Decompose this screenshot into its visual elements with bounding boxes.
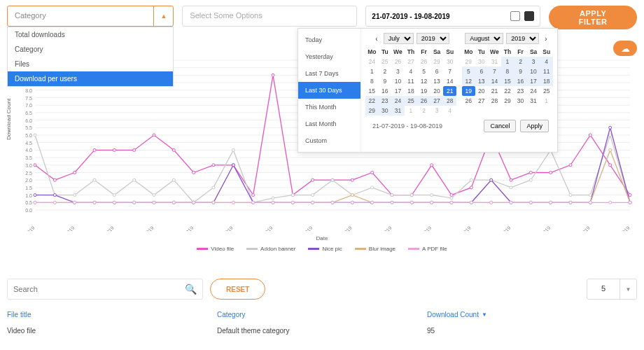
calendar-day[interactable]: 20 (475, 86, 489, 96)
calendar-day[interactable]: 3 (391, 66, 405, 76)
calendar-day[interactable]: 11 (540, 66, 553, 76)
calendar-day[interactable]: 4 (443, 106, 456, 115)
calendar-day[interactable]: 31 (391, 106, 405, 115)
calendar-day[interactable]: 22 (501, 86, 514, 96)
legend-item[interactable]: Nice pic (308, 246, 342, 252)
calendar-day[interactable]: 2 (514, 57, 527, 66)
calendar-day[interactable]: 8 (365, 76, 379, 86)
date-preset[interactable]: Yesterday (298, 48, 360, 65)
calendar-day[interactable]: 27 (475, 96, 489, 106)
table-row[interactable]: Video file Default theme category 95 (7, 323, 637, 339)
calendar-day[interactable]: 11 (405, 76, 418, 86)
date-range-input[interactable] (365, 6, 540, 27)
cloud-download-icon[interactable]: ☁ (613, 41, 637, 56)
legend-item[interactable]: A PDF file (408, 246, 447, 252)
calendar-day[interactable]: 30 (443, 57, 456, 66)
next-month-icon[interactable]: › (542, 35, 550, 43)
date-preset[interactable]: This Month (298, 99, 360, 115)
legend-item[interactable]: Addon banner (246, 246, 295, 252)
calendar-day[interactable]: 19 (417, 86, 430, 96)
calendar-day[interactable]: 18 (405, 86, 418, 96)
reset-button[interactable]: RESET (210, 279, 265, 300)
search-input[interactable] (13, 285, 185, 293)
calendar-day[interactable]: 8 (501, 66, 514, 76)
calendar-day[interactable]: 18 (540, 76, 553, 86)
calendar-day[interactable]: 16 (514, 76, 527, 86)
calendar-day[interactable]: 20 (430, 86, 444, 96)
calendar-day[interactable]: 30 (475, 57, 489, 66)
calendar-day[interactable]: 29 (462, 57, 475, 66)
page-size-select[interactable]: 5 ▼ (587, 279, 637, 300)
date-cancel-button[interactable]: Cancel (484, 120, 516, 132)
prev-month-icon[interactable]: ‹ (372, 35, 380, 43)
calendar-day[interactable]: 12 (417, 76, 430, 86)
calendar-day[interactable]: 4 (405, 66, 418, 76)
calendar-day[interactable]: 1 (365, 66, 379, 76)
category-select[interactable]: Category ▲ Total downloadsCategoryFilesD… (7, 6, 174, 27)
calendar-day[interactable]: 15 (365, 86, 379, 96)
calendar-day[interactable]: 10 (391, 76, 405, 86)
calendar-day[interactable]: 21 (488, 86, 501, 96)
calendar-day[interactable]: 17 (391, 86, 405, 96)
calendar-day[interactable]: 16 (379, 86, 392, 96)
calendar-day[interactable]: 17 (527, 76, 540, 86)
date-preset[interactable]: Custom (298, 132, 360, 149)
calendar-day[interactable]: 30 (379, 106, 392, 115)
calendar-day[interactable]: 6 (475, 66, 489, 76)
calendar-day[interactable]: 9 (379, 76, 392, 86)
calendar-day[interactable]: 19 (462, 86, 475, 96)
date-apply-button[interactable]: Apply (520, 120, 549, 132)
calendar-day[interactable]: 25 (405, 96, 418, 106)
calendar-day[interactable]: 13 (430, 76, 444, 86)
calendar-day[interactable]: 10 (527, 66, 540, 76)
date-preset[interactable]: Last 7 Days (298, 65, 360, 82)
calendar-day[interactable]: 21 (443, 86, 456, 96)
calendar-day[interactable]: 15 (501, 76, 514, 86)
col-download-count[interactable]: Download Count ▼ (427, 311, 637, 318)
calendar-day[interactable]: 23 (514, 86, 527, 96)
calendar-day[interactable]: 5 (462, 66, 475, 76)
calendar-day[interactable]: 28 (443, 96, 456, 106)
calendar-day[interactable]: 13 (475, 76, 489, 86)
legend-item[interactable]: Video file (197, 246, 234, 252)
calendar-day[interactable]: 6 (430, 66, 444, 76)
calendar-day[interactable]: 28 (488, 96, 501, 106)
calendar-day[interactable]: 24 (365, 57, 379, 66)
calendar-day[interactable]: 24 (527, 86, 540, 96)
calendar-day[interactable]: 26 (462, 96, 475, 106)
calendar-day[interactable]: 5 (417, 66, 430, 76)
calendar-day[interactable]: 7 (488, 66, 501, 76)
month-select-right[interactable]: August (465, 33, 503, 44)
calendar-day[interactable]: 1 (405, 106, 418, 115)
category-option[interactable]: Total downloads (8, 27, 173, 42)
calendar-day[interactable]: 28 (417, 57, 430, 66)
calendar-day[interactable]: 25 (379, 57, 392, 66)
apply-filter-button[interactable]: APPLY FILTER (549, 6, 637, 29)
year-select-right[interactable]: 2019 (506, 33, 539, 44)
year-select-left[interactable]: 2019 (416, 33, 449, 44)
col-category[interactable]: Category (217, 311, 427, 318)
col-file-title[interactable]: File title (7, 311, 217, 318)
calendar-day[interactable]: 7 (443, 66, 456, 76)
date-preset[interactable]: Today (298, 31, 360, 48)
calendar-day[interactable]: 29 (501, 96, 514, 106)
calendar-day[interactable]: 1 (540, 96, 553, 106)
calendar-day[interactable]: 26 (391, 57, 405, 66)
date-preset[interactable]: Last 30 Days (298, 82, 360, 99)
calendar-day[interactable]: 14 (488, 76, 501, 86)
calendar-day[interactable]: 30 (514, 96, 527, 106)
month-select-left[interactable]: July (384, 33, 414, 44)
calendar-day[interactable]: 29 (365, 106, 379, 115)
category-option[interactable]: Category (8, 42, 173, 57)
date-range-field[interactable] (372, 13, 506, 20)
calendar-day[interactable]: 2 (417, 106, 430, 115)
date-preset[interactable]: Last Month (298, 115, 360, 132)
calendar-day[interactable]: 31 (488, 57, 501, 66)
multi-select[interactable]: Select Some Options (182, 6, 357, 27)
calendar-day[interactable]: 3 (527, 57, 540, 66)
calendar-day[interactable]: 24 (391, 96, 405, 106)
category-option[interactable]: Files (8, 57, 173, 71)
calendar-day[interactable]: 29 (430, 57, 444, 66)
calendar-day[interactable]: 31 (527, 96, 540, 106)
calendar-day[interactable]: 25 (540, 86, 553, 96)
